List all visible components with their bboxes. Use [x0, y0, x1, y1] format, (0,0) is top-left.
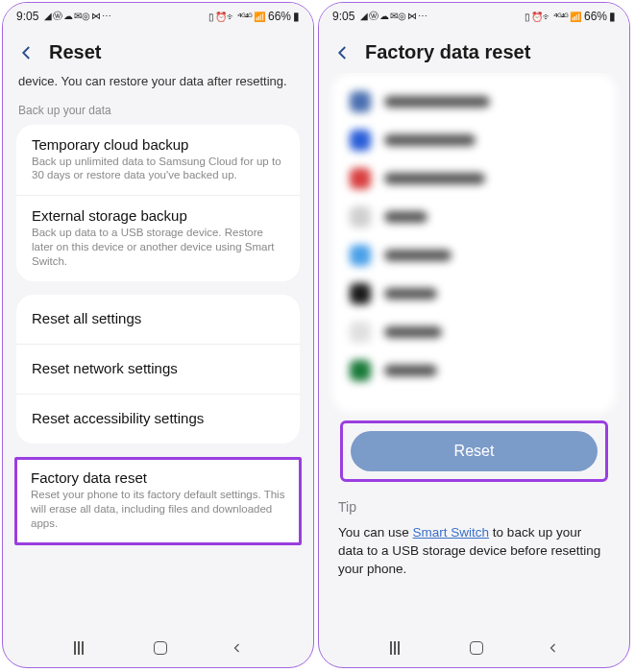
status-bar: 9:05 ◢ ⓦ ☁ ✉ ◎ ⋈ ⋯ ▯ ⏰ ᯤ ⁴ᴳ⁴ᴳ 📶 66% ▮: [3, 3, 313, 30]
nav-recents-button[interactable]: [74, 641, 89, 655]
app-icon: [350, 283, 371, 304]
nav-recents-button[interactable]: [390, 641, 405, 655]
status-battery: 66%: [268, 10, 291, 23]
backup-card: Temporary cloud backup Back up unlimited…: [16, 125, 300, 282]
app-name-blur: [384, 96, 490, 108]
item-desc: Back up unlimited data to Samsung Cloud …: [32, 155, 284, 183]
app-row: [346, 351, 602, 390]
page-title: Factory data reset: [365, 41, 530, 63]
app-row: [346, 121, 602, 159]
back-icon[interactable]: [18, 44, 36, 61]
app-icon: [350, 322, 371, 343]
app-name-blur: [384, 288, 437, 300]
item-reset-network-settings[interactable]: Reset network settings: [16, 344, 300, 394]
tip-label: Tip: [338, 499, 610, 515]
status-bar: 9:05 ◢ ⓦ ☁ ✉ ◎ ⋈ ⋯ ▯ ⏰ ᯤ ⁴ᴳ⁴ᴳ 📶 66% ▮: [319, 3, 629, 30]
status-right-icons: ▯ ⏰ ᯤ ⁴ᴳ⁴ᴳ 📶: [208, 12, 264, 22]
nav-home-button[interactable]: [470, 641, 483, 655]
app-icon: [350, 168, 371, 189]
status-right-icons: ▯ ⏰ ᯤ ⁴ᴳ⁴ᴳ 📶: [525, 12, 580, 22]
item-external-storage-backup[interactable]: External storage backup Back up data to …: [16, 195, 300, 281]
item-temp-cloud-backup[interactable]: Temporary cloud backup Back up unlimited…: [16, 125, 300, 196]
screen-factory-reset: 9:05 ◢ ⓦ ☁ ✉ ◎ ⋈ ⋯ ▯ ⏰ ᯤ ⁴ᴳ⁴ᴳ 📶 66% ▮ Fa…: [318, 2, 630, 668]
item-title: Reset network settings: [32, 360, 284, 376]
tip-text-before: You can use: [338, 525, 413, 540]
app-name-blur: [384, 173, 485, 184]
item-desc: Back up data to a USB storage device. Re…: [32, 226, 284, 269]
battery-icon: ▮: [609, 10, 616, 23]
item-reset-accessibility-settings[interactable]: Reset accessibility settings: [16, 394, 300, 444]
app-icon: [350, 130, 371, 151]
app-list-card: [332, 73, 616, 413]
app-row: [346, 313, 602, 351]
item-title: Temporary cloud backup: [32, 136, 284, 153]
app-row: [346, 275, 602, 313]
tip-section: Tip You can use Smart Switch to back up …: [332, 499, 616, 579]
app-name-blur: [384, 134, 476, 146]
app-name-blur: [384, 250, 452, 261]
app-row: [346, 198, 602, 236]
reset-button[interactable]: Reset: [351, 431, 598, 471]
reset-options-card: Reset all settings Reset network setting…: [16, 295, 300, 444]
content-area: device. You can restore your data after …: [3, 73, 313, 629]
app-row: [346, 83, 602, 121]
nav-home-button[interactable]: [154, 641, 167, 655]
item-title: Factory data reset: [31, 469, 285, 486]
page-title: Reset: [49, 41, 101, 63]
app-name-blur: [384, 326, 442, 338]
content-area: Reset Tip You can use Smart Switch to ba…: [319, 73, 629, 629]
page-header: Reset: [3, 30, 313, 73]
app-row: [346, 236, 602, 275]
intro-text: device. You can restore your data after …: [16, 73, 300, 100]
item-title: Reset accessibility settings: [32, 410, 284, 426]
status-time: 9:05: [16, 10, 38, 23]
app-name-blur: [384, 211, 427, 223]
item-title: External storage backup: [32, 207, 284, 224]
nav-bar: [3, 629, 313, 667]
item-reset-all-settings[interactable]: Reset all settings: [16, 295, 300, 344]
app-icon: [350, 206, 371, 228]
status-left-icons: ◢ ⓦ ☁ ✉ ◎ ⋈ ⋯: [44, 10, 110, 23]
smart-switch-link[interactable]: Smart Switch: [413, 525, 490, 540]
status-left-icons: ◢ ⓦ ☁ ✉ ◎ ⋈ ⋯: [360, 10, 427, 23]
nav-back-button[interactable]: [232, 641, 243, 655]
nav-back-button[interactable]: [548, 641, 559, 655]
tip-text: You can use Smart Switch to back up your…: [338, 524, 610, 579]
app-icon: [350, 91, 371, 112]
app-icon: [350, 360, 371, 381]
section-label-backup: Back up your data: [16, 100, 300, 125]
screen-reset: 9:05 ◢ ⓦ ☁ ✉ ◎ ⋈ ⋯ ▯ ⏰ ᯤ ⁴ᴳ⁴ᴳ 📶 66% ▮ Re…: [2, 2, 314, 668]
item-factory-data-reset[interactable]: Factory data reset Reset your phone to i…: [14, 457, 302, 545]
app-icon: [350, 245, 371, 266]
reset-button-highlight: Reset: [340, 420, 608, 482]
nav-bar: [319, 629, 629, 667]
battery-icon: ▮: [293, 10, 300, 23]
back-icon[interactable]: [334, 44, 352, 61]
status-battery: 66%: [584, 10, 607, 23]
item-desc: Reset your phone to its factory default …: [31, 488, 285, 531]
app-row: [346, 159, 602, 198]
status-time: 9:05: [332, 10, 354, 23]
app-name-blur: [384, 365, 437, 376]
item-title: Reset all settings: [32, 310, 284, 326]
page-header: Factory data reset: [319, 30, 629, 73]
